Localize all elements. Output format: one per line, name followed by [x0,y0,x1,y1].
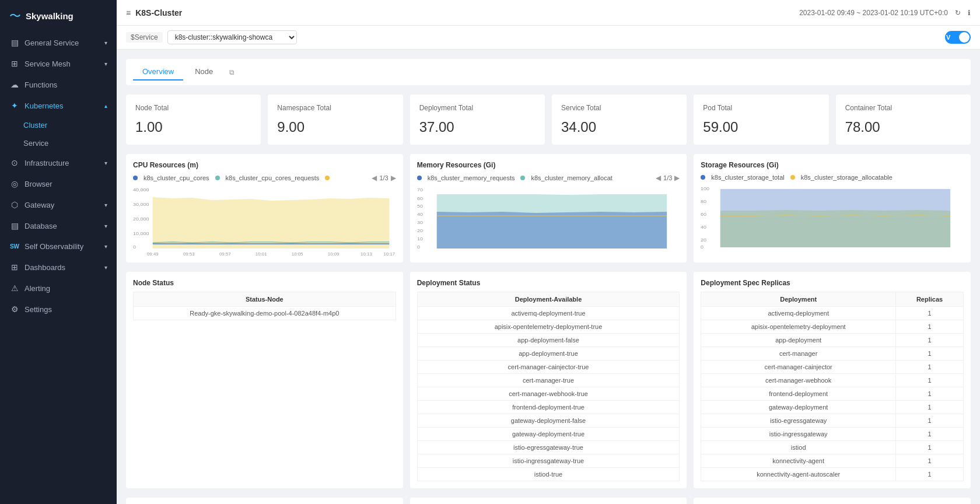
deployment-spec-cell: istio-ingressgateway [701,428,896,441]
info-icon[interactable]: ℹ [968,9,971,17]
svg-text:20: 20 [417,228,423,233]
sidebar-item-alerting[interactable]: ⚠ Alerting [0,278,117,299]
svg-text:0: 0 [701,244,704,249]
stat-pod-total-label: Pod Total [703,104,819,112]
deployment-spec-cell: apisix-opentelemetry-deployment [701,320,896,334]
table-row: frontend-deployment1 [701,387,964,401]
deployment-status-cell: istiod-true [417,468,680,481]
deployment-spec-cell: cert-manager-cainjector [701,360,896,374]
sidebar-sub-item-label: Cluster [23,121,47,130]
refresh-icon[interactable]: ↻ [955,9,961,17]
sidebar-item-infrastructure[interactable]: ⊙ Infrastructure ▾ [0,152,117,173]
tab-overview[interactable]: Overview [133,64,183,80]
deployment-spec-cell: 1 [896,360,964,374]
topbar-title-area: ≡ K8S-Cluster [126,8,182,18]
sidebar-item-database[interactable]: ▤ Database ▾ [0,215,117,236]
svg-marker-23 [436,212,666,249]
legend-label-mem-requests: k8s_cluster_memory_requests [428,174,515,181]
alerting-icon: ⚠ [9,284,20,293]
chart-prev-btn[interactable]: ◀ [372,174,377,182]
deployment-status-cell: gateway-deployment-false [417,414,680,428]
chart-prev-btn[interactable]: ◀ [656,174,661,182]
table-row: istio-ingressgateway1 [701,428,964,441]
deployment-spec-cell: konnectivity-agent [701,454,896,468]
svg-text:09:53: 09:53 [183,251,195,256]
table-row: cert-manager-true [417,374,680,387]
stat-deployment-total-label: Deployment Total [419,104,536,112]
sidebar-item-functions[interactable]: ☁ Functions [0,74,117,95]
sidebar-logo[interactable]: 〜 Skywalking [0,0,117,32]
skywalking-logo-icon: 〜 [9,8,21,24]
chart-storage: Storage Resources (Gi) k8s_cluster_stora… [694,154,971,262]
deployment-spec-cell: 1 [896,401,964,414]
time-range: 2023-01-02 09:49 ~ 2023-01-02 10:19 UTC+… [799,9,948,17]
chart-next-btn[interactable]: ▶ [391,174,396,182]
deployment-status-cell: app-deployment-false [417,334,680,347]
legend-label-storage-alloc: k8s_cluster_storage_allocatable [801,174,892,181]
deployment-spec-cell: istiod [701,441,896,454]
tab-node[interactable]: Node [186,64,222,80]
copy-icon[interactable]: ⧉ [229,68,235,76]
sidebar-item-gateway[interactable]: ⬡ Gateway ▾ [0,194,117,215]
table-row: cert-manager1 [701,347,964,360]
deployment-status-cell: cert-manager-cainjector-true [417,360,680,374]
topbar: ≡ K8S-Cluster 2023-01-02 09:49 ~ 2023-01… [117,0,980,26]
functions-icon: ☁ [9,80,20,89]
chart-cpu-legend: k8s_cluster_cpu_cores k8s_cluster_cpu_co… [133,174,396,182]
sidebar-item-label: Infrastructure [24,159,69,167]
table-row: istiod1 [701,441,964,454]
deployment-spec-cell: 1 [896,347,964,360]
sidebar-item-general-service[interactable]: ▤ General Service ▾ [0,32,117,53]
sidebar-item-service-mesh[interactable]: ⊞ Service Mesh ▾ [0,53,117,74]
svg-text:10:13: 10:13 [360,251,372,256]
charts-row: CPU Resources (m) k8s_cluster_cpu_cores … [126,154,971,262]
svg-text:50: 50 [417,203,423,208]
svg-text:0: 0 [133,244,136,249]
deployment-status-cell: apisix-opentelemetry-deployment-true [417,320,680,334]
svg-text:10,000: 10,000 [133,230,149,236]
deployment-spec-cell: 1 [896,374,964,387]
deployment-status-header: Deployment-Available [417,292,680,307]
chevron-down-icon: ▾ [104,202,107,208]
sidebar-item-browser[interactable]: ◎ Browser [0,173,117,194]
table-row: app-deployment-false [417,334,680,347]
deployment-spec-cell: 1 [896,307,964,320]
svg-text:60: 60 [417,195,423,201]
table-row: gateway-deployment-true [417,428,680,441]
table-row: app-deployment-true [417,347,680,360]
bottom-tables-row: Service Status Status-Service Pod Status… [126,498,971,504]
sidebar-item-service[interactable]: Service [0,134,117,152]
table-row: cert-manager-cainjector1 [701,360,964,374]
service-select[interactable]: k8s-cluster::skywalking-showca [167,30,297,44]
deployment-status-title: Deployment Status [417,279,680,287]
settings-icon: ⚙ [9,304,20,314]
table-row: istio-egressgateway1 [701,414,964,428]
tab-bar: Overview Node ⧉ [126,59,971,85]
deployment-spec-cell: app-deployment [701,334,896,347]
toggle-button[interactable]: V [945,31,971,44]
sidebar-item-kubernetes[interactable]: ✦ Kubernetes ▴ [0,95,117,116]
sidebar-item-self-observability[interactable]: SW Self Observability ▾ [0,236,117,257]
svg-text:40: 40 [417,211,423,216]
table-row: konnectivity-agent-autoscaler1 [701,468,964,481]
table-row: istiod-true [417,468,680,481]
deployment-status-cell: cert-manager-true [417,374,680,387]
chevron-down-icon: ▾ [104,61,107,67]
sidebar-item-dashboards[interactable]: ⊞ Dashboards ▾ [0,257,117,278]
sidebar-item-cluster[interactable]: Cluster [0,116,117,134]
table-row: apisix-opentelemetry-deployment-true [417,320,680,334]
sidebar-item-settings[interactable]: ⚙ Settings [0,299,117,320]
chart-pagination: 1/3 [379,174,388,181]
deployment-spec-cell: cert-manager [701,347,896,360]
svg-text:70: 70 [417,187,423,192]
svg-text:80: 80 [701,198,706,204]
stat-deployment-total: Deployment Total 37.00 [410,94,545,145]
table-row: istio-egressgateway-true [417,441,680,454]
service-mesh-icon: ⊞ [9,59,20,68]
stat-container-total-value: 78.00 [845,119,961,135]
chart-next-btn[interactable]: ▶ [674,174,680,182]
svg-text:0: 0 [417,244,420,249]
legend-label-cpu-cores: k8s_cluster_cpu_cores [144,174,209,181]
deployment-spec-replicas-table: Deployment Replicas activemq-deployment1… [701,292,964,481]
legend-label-cpu-requests: k8s_cluster_cpu_cores_requests [226,174,320,181]
